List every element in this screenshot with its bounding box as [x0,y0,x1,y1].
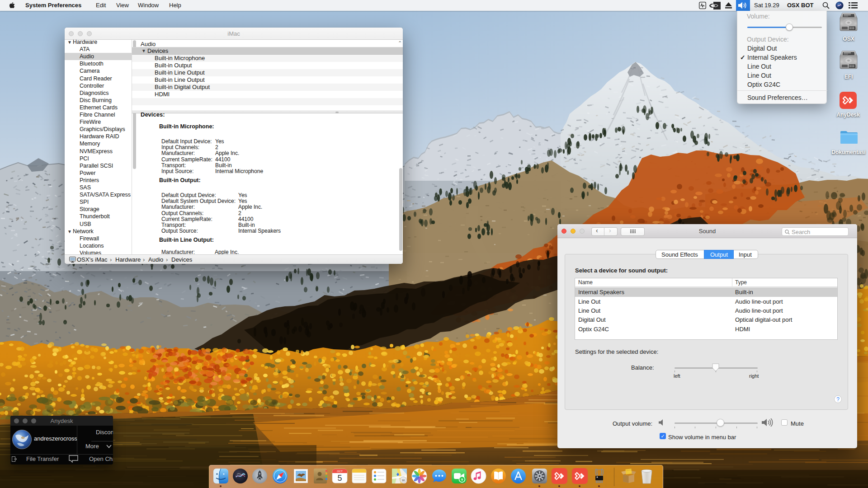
svg-text:OCT: OCT [337,470,343,473]
svg-text:30: 30 [402,479,405,482]
svg-text:5: 5 [337,474,342,483]
